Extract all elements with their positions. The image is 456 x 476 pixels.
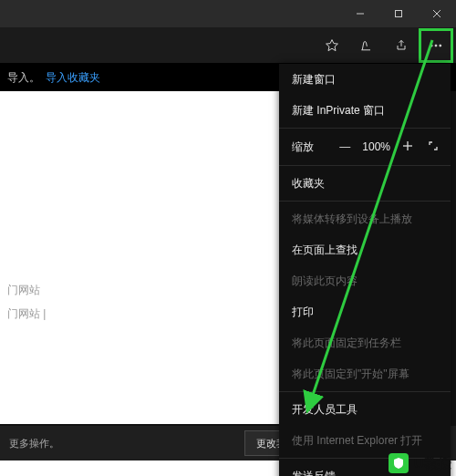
svg-point-5 bbox=[435, 45, 437, 47]
fullscreen-button[interactable] bbox=[425, 140, 441, 154]
menu-separator bbox=[279, 128, 451, 129]
favorites-star-button[interactable] bbox=[316, 29, 348, 62]
watermark-logo-icon bbox=[389, 453, 409, 473]
zoom-in-button[interactable] bbox=[399, 140, 416, 154]
menu-favorites[interactable]: 收藏夹 bbox=[279, 168, 451, 199]
menu-read-aloud: 朗读此页内容 bbox=[279, 265, 451, 296]
share-button[interactable] bbox=[385, 29, 418, 62]
more-menu-button[interactable] bbox=[420, 29, 452, 62]
menu-pin-start: 将此页固定到"开始"屏幕 bbox=[279, 358, 451, 389]
menu-new-window[interactable]: 新建窗口 bbox=[279, 64, 451, 95]
zoom-out-button[interactable]: — bbox=[337, 140, 353, 153]
menu-new-inprivate[interactable]: 新建 InPrivate 窗口 bbox=[279, 95, 451, 126]
svg-point-6 bbox=[440, 45, 441, 47]
menu-zoom-row: 缩放 — 100% bbox=[279, 130, 451, 163]
maximize-button[interactable] bbox=[379, 0, 418, 27]
menu-find[interactable]: 在页面上查找 bbox=[279, 234, 451, 265]
zoom-value: 100% bbox=[362, 140, 390, 153]
page-content: 门网站 门网站 | bbox=[0, 91, 310, 424]
svg-point-4 bbox=[430, 45, 432, 47]
browser-toolbar bbox=[0, 27, 456, 64]
import-prefix: 导入。 bbox=[7, 70, 40, 86]
menu-devtools[interactable]: 开发人员工具 bbox=[279, 394, 451, 425]
window-titlebar bbox=[0, 0, 456, 27]
content-text-1: 门网站 bbox=[7, 283, 40, 298]
notification-label: 更多操作。 bbox=[9, 437, 59, 450]
menu-separator bbox=[279, 201, 451, 202]
watermark-text: U教授 bbox=[414, 455, 452, 472]
menu-print[interactable]: 打印 bbox=[279, 296, 451, 327]
content-text-2: 门网站 | bbox=[7, 306, 46, 322]
menu-separator bbox=[279, 165, 451, 166]
menu-separator bbox=[279, 391, 451, 392]
menu-pin-taskbar: 将此页面固定到任务栏 bbox=[279, 327, 451, 358]
browser-window: 导入。 导入收藏夹 门网站 门网站 | 新建窗口 新建 InPrivate 窗口… bbox=[0, 0, 456, 460]
reading-list-button[interactable] bbox=[350, 29, 383, 62]
import-favorites-link[interactable]: 导入收藏夹 bbox=[46, 70, 100, 86]
menu-cast: 将媒体转移到设备上播放 bbox=[279, 203, 451, 234]
zoom-label: 缩放 bbox=[292, 140, 314, 155]
watermark: U教授 bbox=[389, 452, 452, 474]
menu-open-ie: 使用 Internet Explorer 打开 bbox=[279, 425, 451, 456]
close-button[interactable] bbox=[418, 0, 456, 27]
svg-rect-1 bbox=[396, 11, 402, 17]
minimize-button[interactable] bbox=[341, 0, 379, 27]
more-menu-dropdown: 新建窗口 新建 InPrivate 窗口 缩放 — 100% 收藏夹 将媒体转移… bbox=[279, 64, 451, 476]
